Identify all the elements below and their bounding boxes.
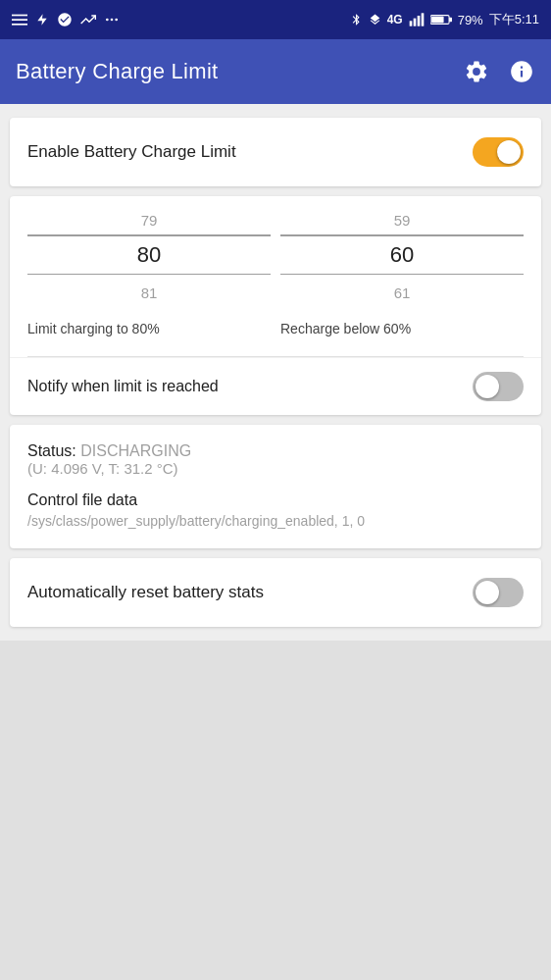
enable-card: Enable Battery Charge Limit (10, 118, 541, 186)
svg-rect-13 (431, 17, 443, 24)
app-title: Battery Charge Limit (16, 59, 219, 84)
notify-label: Notify when limit is reached (27, 378, 219, 395)
svg-rect-9 (417, 16, 420, 26)
app-bar: Battery Charge Limit (0, 39, 551, 104)
limit-line-bottom (27, 274, 271, 276)
info-labels-row: Limit charging to 80% Recharge below 60% (27, 321, 524, 336)
auto-reset-toggle-thumb (476, 581, 499, 604)
info-icon (509, 59, 534, 84)
recharge-info-label: Recharge below 60% (280, 321, 524, 336)
svg-point-4 (106, 19, 109, 22)
trending-up-icon (80, 12, 96, 27)
limit-line-top (27, 234, 271, 236)
settings-button[interactable] (463, 58, 490, 85)
notify-toggle-thumb (476, 375, 499, 398)
time: 下午5:11 (489, 11, 539, 28)
settings-card: 79 80 81 59 60 61 Limit charging to 80 (10, 196, 541, 415)
limit-above: 79 (141, 212, 158, 229)
svg-point-5 (111, 19, 114, 22)
flash-icon (35, 12, 49, 27)
picker-section: 79 80 81 59 60 61 Limit charging to 80 (10, 196, 541, 356)
status-bar-left (12, 12, 120, 27)
limit-picker[interactable]: 79 80 81 (27, 212, 271, 301)
notify-row: Notify when limit is reached (10, 357, 541, 415)
recharge-selected: 60 (390, 242, 414, 268)
auto-reset-toggle[interactable] (473, 578, 524, 607)
main-content: Enable Battery Charge Limit 79 80 81 59 (0, 104, 551, 641)
bluetooth-icon (350, 12, 363, 27)
status-card-content: Status: DISCHARGING (U: 4.096 V, T: 31.2… (10, 425, 541, 548)
auto-reset-row: Automatically reset battery stats (10, 558, 541, 627)
limit-selected: 80 (137, 242, 161, 268)
recharge-line-bottom (280, 274, 524, 276)
pickers-row: 79 80 81 59 60 61 (27, 212, 524, 301)
enable-toggle-thumb (497, 140, 521, 164)
svg-rect-2 (12, 24, 27, 26)
status-line: Status: DISCHARGING (U: 4.096 V, T: 31.2… (27, 442, 524, 478)
limit-info-label: Limit charging to 80% (27, 321, 271, 336)
gear-icon (464, 59, 489, 84)
recharge-above: 59 (394, 212, 411, 229)
auto-reset-label: Automatically reset battery stats (27, 583, 264, 602)
status-detail: (U: 4.096 V, T: 31.2 °C) (27, 460, 178, 477)
svg-rect-1 (12, 19, 27, 21)
status-prefix: Status: (27, 442, 80, 459)
svg-rect-0 (12, 15, 27, 17)
status-value: DISCHARGING (80, 442, 191, 459)
menu-icon (12, 12, 27, 27)
limit-below: 81 (141, 284, 158, 301)
status-bar: 4G 79% 下午5:11 (0, 0, 551, 39)
control-file-value: /sys/class/power_supply/battery/charging… (27, 513, 524, 529)
svg-rect-8 (413, 19, 416, 26)
recharge-below: 61 (394, 284, 411, 301)
enable-toggle[interactable] (473, 137, 524, 167)
notify-toggle[interactable] (473, 372, 524, 401)
auto-reset-card: Automatically reset battery stats (10, 558, 541, 627)
battery-icon (430, 13, 452, 26)
svg-marker-3 (37, 14, 46, 26)
enable-toggle-row: Enable Battery Charge Limit (10, 118, 541, 186)
status-card: Status: DISCHARGING (U: 4.096 V, T: 31.2… (10, 425, 541, 548)
more-horiz-icon (104, 12, 120, 27)
status-bar-right: 4G 79% 下午5:11 (350, 11, 539, 28)
check-circle-icon (57, 12, 73, 27)
battery-pct: 79% (458, 13, 483, 27)
svg-rect-12 (449, 18, 452, 22)
svg-point-6 (115, 19, 118, 22)
info-button[interactable] (508, 58, 535, 85)
signal-icon (409, 12, 425, 27)
enable-label: Enable Battery Charge Limit (27, 142, 236, 162)
control-file-title: Control file data (27, 491, 524, 509)
svg-rect-10 (421, 13, 424, 26)
svg-rect-7 (409, 21, 412, 26)
network-4g: 4G (387, 13, 403, 26)
app-bar-actions (463, 58, 535, 85)
layers-icon (369, 12, 381, 27)
recharge-picker[interactable]: 59 60 61 (280, 212, 524, 301)
recharge-line-top (280, 234, 524, 236)
